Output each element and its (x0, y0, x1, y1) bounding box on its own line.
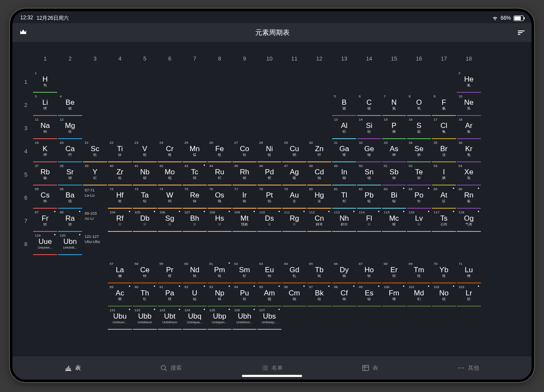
element-cell-Lv[interactable]: 116Lv𫟷立 (407, 210, 431, 232)
element-cell-Ta[interactable]: 73Ta钽 (133, 186, 157, 209)
element-cell-Xe[interactable]: 54Xe氙 (457, 163, 481, 185)
element-cell-Pm[interactable]: 61Pm钷 (208, 261, 232, 283)
range-lan[interactable]: 57-71La-Lu (83, 186, 107, 209)
element-cell-Tc[interactable]: 43Tc锝 (183, 163, 207, 185)
element-cell-Sm[interactable]: 62Sm钐 (232, 261, 257, 283)
element-cell-Kr[interactable]: 36Kr氪 (457, 140, 481, 162)
element-cell-Ubu[interactable]: 121UbuUnbiuni... (108, 307, 132, 330)
element-cell-H[interactable]: 1H氢 (33, 70, 57, 93)
element-cell-O[interactable]: 8O氧 (407, 94, 431, 116)
element-cell-Ce[interactable]: 58Ce铈 (133, 261, 157, 283)
element-cell-Pd[interactable]: 46Pd钯 (257, 163, 281, 185)
element-cell-Mc[interactable]: 115Mc镆 (382, 210, 406, 232)
element-cell-U[interactable]: 92U铀 (183, 284, 207, 307)
element-cell-Re[interactable]: 75Re铼 (183, 186, 207, 209)
element-cell-Hg[interactable]: 80Hg汞 (307, 186, 331, 209)
element-cell-Og[interactable]: 118Og气奥 (457, 210, 481, 232)
tab-search[interactable]: 搜索 (160, 364, 182, 372)
element-cell-Ra[interactable]: 88Ra镭 (58, 210, 82, 232)
element-cell-Fl[interactable]: 114Fl𫓧夫 (357, 210, 381, 232)
element-cell-Cd[interactable]: 48Cd镉 (307, 163, 331, 185)
element-cell-I[interactable]: 53I碘 (432, 163, 456, 185)
element-cell-Ac[interactable]: 89Ac锕 (108, 284, 132, 307)
element-cell-Be[interactable]: 4Be铍 (58, 94, 82, 116)
element-cell-Fm[interactable]: 100Fm镄 (382, 284, 406, 307)
element-cell-Sc[interactable]: 21Sc钪 (83, 140, 107, 162)
element-cell-Md[interactable]: 101Md钔 (407, 284, 431, 307)
element-cell-B[interactable]: 5B硼 (332, 94, 356, 116)
element-cell-Cs[interactable]: 55Cs铯 (33, 186, 57, 209)
element-cell-Tb[interactable]: 65Tb铽 (307, 261, 331, 283)
element-cell-La[interactable]: 57La镧 (108, 261, 132, 283)
element-cell-Bh[interactable]: 107Bh𨨏波 (183, 210, 207, 232)
element-cell-Ubn[interactable]: 120UbnUnbinili... (58, 233, 82, 255)
element-cell-K[interactable]: 19K钾 (33, 140, 57, 162)
element-cell-Mn[interactable]: 25Mn锰 (183, 140, 207, 162)
element-cell-Cf[interactable]: 98Cf锎 (332, 284, 356, 307)
element-cell-Cn[interactable]: 112Cn鎶哥 (307, 210, 331, 232)
element-cell-Mt[interactable]: 109Mt鿏麦 (232, 210, 257, 232)
element-cell-Er[interactable]: 68Er铒 (382, 261, 406, 283)
element-cell-No[interactable]: 102No锘 (432, 284, 456, 307)
element-cell-Uue[interactable]: 119UueUnunen... (33, 233, 57, 255)
element-cell-Ubb[interactable]: 122UbbUnbibium (133, 307, 157, 330)
element-cell-Ds[interactable]: 110Ds𫟼达 (257, 210, 281, 232)
element-cell-Pr[interactable]: 59Pr镨 (158, 261, 182, 283)
element-cell-Ga[interactable]: 31Ga镓 (332, 140, 356, 162)
crown-button[interactable] (19, 29, 27, 36)
element-cell-Th[interactable]: 90Th钍 (133, 284, 157, 307)
range-ext[interactable]: 121-127Ubu-Ubs (83, 233, 107, 255)
element-cell-Ti[interactable]: 22Ti钛 (108, 140, 132, 162)
tab-grid[interactable]: 表 (362, 364, 378, 372)
element-cell-Si[interactable]: 14Si硅 (357, 117, 381, 139)
element-cell-Ba[interactable]: 56Ba钡 (58, 186, 82, 209)
element-cell-Ge[interactable]: 32Ge锗 (357, 140, 381, 162)
tab-table[interactable]: 表 (65, 364, 81, 372)
element-cell-V[interactable]: 23V钒 (133, 140, 157, 162)
element-cell-Rf[interactable]: 104Rf𬬻卢 (108, 210, 132, 232)
element-cell-Bk[interactable]: 97Bk锫 (307, 284, 331, 307)
element-cell-Pt[interactable]: 78Pt铂 (257, 186, 281, 209)
element-cell-Nd[interactable]: 60Nd钕 (183, 261, 207, 283)
element-cell-Pb[interactable]: 82Pb铅 (357, 186, 381, 209)
element-cell-Nh[interactable]: 113Nh鉨尔 (332, 210, 356, 232)
element-cell-Ubq[interactable]: 124UbqUnbiqua... (183, 307, 207, 330)
element-cell-Mg[interactable]: 12Mg镁 (58, 117, 82, 139)
element-cell-Al[interactable]: 13Al铝 (332, 117, 356, 139)
element-cell-S[interactable]: 16S硫 (407, 117, 431, 139)
element-cell-Cm[interactable]: 96Cm锔 (282, 284, 306, 307)
element-cell-Po[interactable]: 84Po钋 (407, 186, 431, 209)
element-cell-Ar[interactable]: 18Ar氩 (457, 117, 481, 139)
element-cell-Te[interactable]: 52Te碲 (407, 163, 431, 185)
element-cell-Ubs[interactable]: 127UbsUnbisep... (257, 307, 281, 330)
element-cell-In[interactable]: 49In铟 (332, 163, 356, 185)
tab-more[interactable]: 其他 (458, 364, 479, 372)
element-cell-Db[interactable]: 105Db𨧀杜 (133, 210, 157, 232)
element-cell-As[interactable]: 33As砷 (382, 140, 406, 162)
element-cell-P[interactable]: 15P磷 (382, 117, 406, 139)
element-cell-Np[interactable]: 93Np镎 (208, 284, 232, 307)
element-cell-Cr[interactable]: 24Cr铬 (158, 140, 182, 162)
element-cell-Sb[interactable]: 51Sb锑 (382, 163, 406, 185)
element-cell-Mo[interactable]: 42Mo钼 (158, 163, 182, 185)
element-cell-Li[interactable]: 3Li锂 (33, 94, 57, 116)
element-cell-At[interactable]: 85At砹 (432, 186, 456, 209)
element-cell-Ag[interactable]: 47Ag银 (282, 163, 306, 185)
home-indicator[interactable] (242, 375, 302, 377)
element-cell-Au[interactable]: 79Au金 (282, 186, 306, 209)
filter-button[interactable] (518, 30, 525, 35)
element-cell-Eu[interactable]: 63Eu铕 (257, 261, 281, 283)
element-cell-Ts[interactable]: 117Ts石田 (432, 210, 456, 232)
element-cell-Dy[interactable]: 66Dy镝 (332, 261, 356, 283)
element-cell-Ni[interactable]: 28Ni镍 (257, 140, 281, 162)
element-cell-Nb[interactable]: 41Nb铌 (133, 163, 157, 185)
element-cell-C[interactable]: 6C碳 (357, 94, 381, 116)
element-cell-Rg[interactable]: 111Rg𬬭伦 (282, 210, 306, 232)
element-cell-Zn[interactable]: 30Zn锌 (307, 140, 331, 162)
element-cell-Se[interactable]: 34Se硒 (407, 140, 431, 162)
element-cell-Sg[interactable]: 106Sg𨭎喜 (158, 210, 182, 232)
element-cell-Co[interactable]: 27Co钴 (232, 140, 257, 162)
element-cell-He[interactable]: 2He氦 (457, 70, 481, 93)
element-cell-Fr[interactable]: 87Fr钫 (33, 210, 57, 232)
element-cell-Cl[interactable]: 17Cl氯 (432, 117, 456, 139)
